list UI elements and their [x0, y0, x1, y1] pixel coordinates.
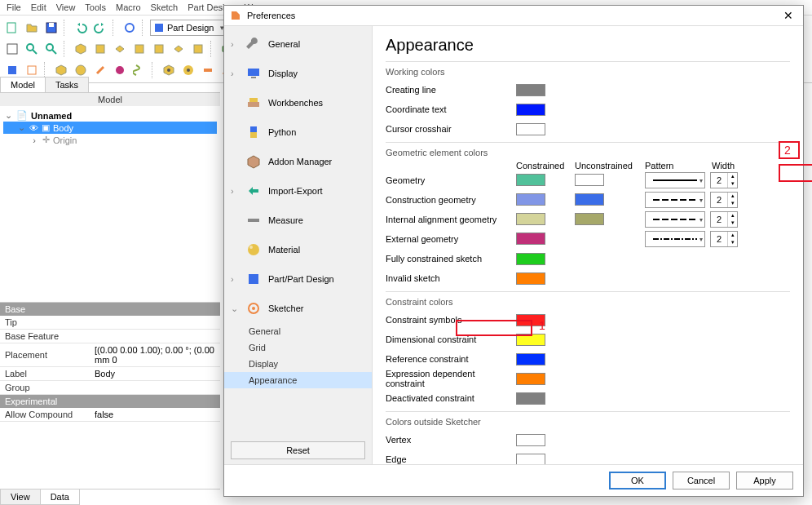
svg-point-8: [46, 44, 53, 51]
nav-workbenches[interactable]: Workbenches: [224, 88, 372, 117]
color-edge[interactable]: [516, 454, 545, 465]
reset-button[interactable]: Reset: [231, 441, 365, 459]
nav-sketcher[interactable]: ⌄Sketcher: [224, 294, 372, 323]
top-icon[interactable]: [111, 40, 129, 58]
right-icon[interactable]: [130, 40, 148, 58]
tab-data[interactable]: Data: [40, 489, 80, 505]
sketcher-icon: [245, 300, 262, 317]
width-construction[interactable]: ▴▾: [710, 192, 738, 208]
width-geometry[interactable]: ▴▾: [710, 172, 738, 188]
color-int-u[interactable]: [575, 213, 604, 225]
lbl-coord: Coordinate text: [386, 104, 516, 114]
svg-rect-32: [249, 274, 258, 284]
lbl-invalid: Invalid sketch: [386, 273, 516, 283]
tab-view[interactable]: View: [0, 489, 41, 505]
pattern-geometry[interactable]: [645, 172, 705, 188]
prop-row[interactable]: Allow Compoundfalse: [0, 408, 220, 422]
nav-addon[interactable]: Addon Manager: [224, 147, 372, 176]
origin-icon: ✛: [42, 135, 50, 145]
prop-row[interactable]: Base Feature: [0, 330, 220, 343]
rear-icon[interactable]: [150, 40, 168, 58]
property-panel: Base Tip Base Feature Placement[(0.00 0.…: [0, 302, 220, 422]
tree-root[interactable]: ⌄📄Unnamed: [3, 109, 217, 122]
svg-rect-2: [49, 23, 54, 27]
color-ext[interactable]: [516, 233, 545, 245]
tab-model[interactable]: Model: [0, 77, 46, 92]
color-ref[interactable]: [516, 353, 545, 365]
pattern-internal[interactable]: [645, 211, 705, 228]
prop-row[interactable]: Placement[(0.00 0.00 1.00); 0.00 °; (0.0…: [0, 343, 220, 367]
model-tree[interactable]: ⌄📄Unnamed ⌄👁▣Body ›✛Origin: [0, 106, 220, 302]
pref-content: Appearance Working colors Creating line …: [373, 26, 803, 464]
close-icon[interactable]: ✕: [779, 9, 798, 22]
left-icon[interactable]: [189, 40, 207, 58]
color-creating[interactable]: [516, 84, 545, 96]
nav-sub-grid[interactable]: Grid: [224, 339, 372, 356]
color-dim[interactable]: [516, 334, 545, 346]
refresh-icon[interactable]: [121, 19, 139, 37]
tree-body[interactable]: ⌄👁▣Body: [3, 122, 217, 134]
color-coord[interactable]: [516, 104, 545, 116]
bottom-icon[interactable]: [170, 40, 188, 58]
color-expr[interactable]: [516, 373, 545, 385]
fit-icon[interactable]: [3, 40, 21, 58]
width-internal[interactable]: ▴▾: [710, 211, 738, 228]
new-icon[interactable]: [3, 19, 21, 37]
color-cursor[interactable]: [516, 123, 545, 135]
nav-import[interactable]: ›Import-Export: [224, 176, 372, 206]
color-vertex[interactable]: [516, 434, 545, 446]
props-base-header: Base: [0, 303, 220, 316]
nav-material[interactable]: Material: [224, 235, 372, 264]
menu-file[interactable]: File: [7, 2, 21, 12]
undo-icon[interactable]: [72, 19, 90, 37]
menu-edit[interactable]: Edit: [31, 2, 46, 12]
nav-measure[interactable]: Measure: [224, 206, 372, 235]
nav-partdesign[interactable]: ›Part/Part Design: [224, 264, 372, 294]
menu-macro[interactable]: Macro: [116, 2, 141, 12]
zoom-in-icon[interactable]: [23, 40, 41, 58]
svg-rect-10: [96, 45, 104, 53]
menu-sketch[interactable]: Sketch: [151, 2, 179, 12]
lbl-dim: Dimensional constraint: [386, 334, 516, 344]
nav-python[interactable]: Python: [224, 117, 372, 147]
color-geom-c[interactable]: [516, 174, 545, 186]
nav-sub-appearance[interactable]: Appearance: [224, 372, 372, 388]
color-fully[interactable]: [516, 253, 545, 265]
save-icon[interactable]: [42, 19, 60, 37]
lbl-vertex: Vertex: [386, 435, 516, 445]
iso-icon[interactable]: [72, 40, 90, 58]
menu-tools[interactable]: Tools: [85, 2, 106, 12]
page-heading: Appearance: [386, 36, 790, 55]
apply-button[interactable]: Apply: [736, 472, 793, 489]
nav-display[interactable]: ›Display: [224, 59, 372, 88]
nav-sub-general[interactable]: General: [224, 323, 372, 339]
ok-button[interactable]: OK: [609, 472, 666, 489]
redo-icon[interactable]: [91, 19, 109, 37]
color-constr-u[interactable]: [575, 193, 604, 206]
color-invalid[interactable]: [516, 272, 545, 285]
nav-general[interactable]: ›General: [224, 29, 372, 59]
nav-sub-display[interactable]: Display: [224, 356, 372, 372]
lbl-construction: Construction geometry: [386, 195, 516, 205]
menu-view[interactable]: View: [56, 2, 76, 12]
color-deact[interactable]: [516, 392, 545, 405]
workbench-selector[interactable]: Part Design: [150, 20, 227, 36]
color-constr-c[interactable]: [516, 193, 545, 206]
zoom-out-icon[interactable]: [42, 40, 60, 58]
cancel-button[interactable]: Cancel: [673, 472, 730, 489]
prop-row[interactable]: LabelBody: [0, 367, 220, 381]
workbench-icon: [245, 95, 262, 111]
open-icon[interactable]: [23, 19, 41, 37]
pattern-construction[interactable]: [645, 192, 705, 208]
prop-row[interactable]: Group: [0, 381, 220, 395]
front-icon[interactable]: [91, 40, 109, 58]
lbl-internal: Internal alignment geometry: [386, 215, 516, 224]
pattern-external[interactable]: [645, 231, 705, 247]
prop-row[interactable]: Tip: [0, 316, 220, 330]
color-geom-u[interactable]: [575, 174, 604, 186]
color-int-c[interactable]: [516, 213, 545, 225]
tab-tasks[interactable]: Tasks: [45, 77, 89, 92]
tree-origin[interactable]: ›✛Origin: [3, 134, 217, 146]
width-external[interactable]: ▴▾: [710, 231, 738, 247]
group-constraints: Constraint colors: [386, 297, 790, 310]
